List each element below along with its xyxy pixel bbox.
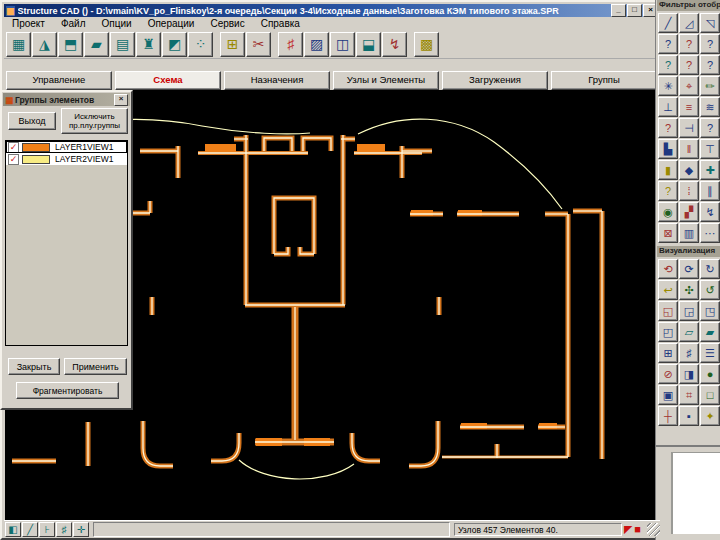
- dialog-title-bar[interactable]: ▦ Группы элементов ×: [3, 93, 130, 106]
- minimize-button[interactable]: _: [611, 4, 626, 17]
- menu-item-1[interactable]: Файл: [53, 18, 94, 29]
- filter-icon-19[interactable]: ‖: [679, 139, 699, 159]
- toolbar-portal-frame-icon[interactable]: ▨: [304, 32, 329, 57]
- fragment-button[interactable]: Фрагментировать: [16, 382, 119, 399]
- viz-icon-21[interactable]: ┼: [658, 406, 678, 426]
- filter-icon-10[interactable]: ⌖: [679, 76, 699, 96]
- toolbar-truss-scheme-icon[interactable]: ♜: [136, 32, 161, 57]
- viz-icon-16[interactable]: ◨: [679, 364, 699, 384]
- tab-2[interactable]: Назначения: [224, 71, 330, 90]
- filter-icon-5[interactable]: ?: [700, 34, 720, 54]
- viz-icon-19[interactable]: ⌗: [679, 385, 699, 405]
- menu-item-0[interactable]: Проект: [4, 18, 53, 29]
- toolbar-building-model-icon[interactable]: ◫: [330, 32, 355, 57]
- viz-icon-14[interactable]: ☰: [700, 343, 720, 363]
- filter-icon-16[interactable]: ⊣: [679, 118, 699, 138]
- viz-icon-12[interactable]: ⊞: [658, 343, 678, 363]
- close-dialog-button[interactable]: Закрыть: [8, 358, 60, 375]
- toolbar-copy-scheme-icon[interactable]: ⁘: [188, 32, 213, 57]
- filter-icon-18[interactable]: ▙: [658, 139, 678, 159]
- tab-0[interactable]: Управление: [6, 71, 112, 90]
- filter-icon-3[interactable]: ?: [658, 34, 678, 54]
- toolbar-plate-scheme-icon[interactable]: ▰: [84, 32, 109, 57]
- exit-button[interactable]: Выход: [8, 112, 56, 130]
- status-grid-mode[interactable]: ♯: [56, 522, 72, 537]
- viz-icon-3[interactable]: ↩: [658, 280, 678, 300]
- viz-icon-18[interactable]: ▣: [658, 385, 678, 405]
- filter-icon-25[interactable]: ⁞: [679, 181, 699, 201]
- filters-panel-title[interactable]: Фильтры отображения: [657, 0, 720, 11]
- filter-icon-30[interactable]: ⊠: [658, 223, 678, 243]
- status-line-mode[interactable]: ╱: [22, 522, 38, 537]
- resize-grip[interactable]: [647, 523, 660, 536]
- menu-item-3[interactable]: Операции: [140, 18, 203, 29]
- toolbar-surface-rotation-icon[interactable]: ◮: [32, 32, 57, 57]
- status-axis-mode[interactable]: ⊦: [39, 522, 55, 537]
- filter-icon-23[interactable]: ✚: [700, 160, 720, 180]
- viz-icon-2[interactable]: ↻: [700, 259, 720, 279]
- viz-icon-13[interactable]: ♯: [679, 343, 699, 363]
- filter-icon-13[interactable]: ≡: [679, 97, 699, 117]
- filter-icon-17[interactable]: ?: [700, 118, 720, 138]
- toolbar-exit-door-icon[interactable]: ⬓: [356, 32, 381, 57]
- group-row-0[interactable]: ✓LAYER1VIEW1: [6, 141, 127, 153]
- group-row-1[interactable]: ✓LAYER2VIEW1: [6, 153, 127, 165]
- toolbar-layered-scheme-icon[interactable]: ▤: [110, 32, 135, 57]
- filter-icon-2[interactable]: ◹: [700, 13, 720, 33]
- viz-icon-6[interactable]: ◱: [658, 301, 678, 321]
- toolbar-generate-scheme-icon[interactable]: ▦: [6, 32, 31, 57]
- group-list[interactable]: ✓LAYER1VIEW1✓LAYER2VIEW1: [5, 140, 128, 346]
- maximize-button[interactable]: □: [627, 4, 642, 17]
- viz-icon-22[interactable]: ▪: [679, 406, 699, 426]
- viz-icon-0[interactable]: ⟲: [658, 259, 678, 279]
- filter-icon-7[interactable]: ?: [679, 55, 699, 75]
- toolbar-assign-elements-icon[interactable]: ◩: [162, 32, 187, 57]
- filter-icon-29[interactable]: ↯: [700, 202, 720, 222]
- viz-icon-1[interactable]: ⟳: [679, 259, 699, 279]
- title-bar[interactable]: ▦ Structure CAD () - D:\vmain\KV_po_Flin…: [4, 4, 660, 17]
- tab-3[interactable]: Узлы и Элементы: [333, 71, 439, 90]
- filter-icon-12[interactable]: ⊥: [658, 97, 678, 117]
- filter-icon-14[interactable]: ≋: [700, 97, 720, 117]
- filter-icon-15[interactable]: ?: [658, 118, 678, 138]
- viz-icon-20[interactable]: □: [700, 385, 720, 405]
- group-checkbox[interactable]: ✓: [8, 142, 19, 153]
- filter-icon-27[interactable]: ◉: [658, 202, 678, 222]
- viz-icon-15[interactable]: ⊘: [658, 364, 678, 384]
- toolbar-help-book-icon[interactable]: ▩: [414, 32, 439, 57]
- filter-icon-0[interactable]: ╱: [658, 13, 678, 33]
- apply-button[interactable]: Применить: [64, 358, 127, 375]
- toolbar-delete-elements-icon[interactable]: ✂: [246, 32, 271, 57]
- tab-4[interactable]: Загружения: [442, 71, 548, 90]
- filter-icon-11[interactable]: ✏: [700, 76, 720, 96]
- menu-item-2[interactable]: Опции: [94, 18, 140, 29]
- visualization-panel-title[interactable]: Визуализация: [657, 246, 720, 257]
- filter-icon-6[interactable]: ?: [658, 55, 678, 75]
- dialog-close-icon[interactable]: ×: [114, 94, 128, 106]
- viz-icon-4[interactable]: ✣: [679, 280, 699, 300]
- filter-icon-28[interactable]: ▞: [679, 202, 699, 222]
- viz-icon-23[interactable]: ✦: [700, 406, 720, 426]
- viz-icon-11[interactable]: ▰: [700, 322, 720, 342]
- filter-icon-4[interactable]: ?: [679, 34, 699, 54]
- filter-icon-9[interactable]: ✳: [658, 76, 678, 96]
- viz-icon-10[interactable]: ▱: [679, 322, 699, 342]
- filter-icon-24[interactable]: ?: [658, 181, 678, 201]
- viz-icon-7[interactable]: ◲: [679, 301, 699, 321]
- group-checkbox[interactable]: ✓: [8, 154, 19, 165]
- menu-item-4[interactable]: Сервис: [202, 18, 252, 29]
- filter-icon-32[interactable]: ⋯: [700, 223, 720, 243]
- filter-icon-31[interactable]: ▥: [679, 223, 699, 243]
- toolbar-node-tree-icon[interactable]: ↯: [382, 32, 407, 57]
- viz-icon-5[interactable]: ↺: [700, 280, 720, 300]
- viz-icon-8[interactable]: ◳: [700, 301, 720, 321]
- filter-icon-1[interactable]: ◿: [679, 13, 699, 33]
- toolbar-grid-lines-icon[interactable]: ♯: [278, 32, 303, 57]
- filter-icon-22[interactable]: ◆: [679, 160, 699, 180]
- filter-icon-20[interactable]: ⊤: [700, 139, 720, 159]
- tab-1[interactable]: Схема: [115, 71, 221, 90]
- viz-icon-9[interactable]: ◰: [658, 322, 678, 342]
- exclude-groups-button[interactable]: Исключить пр.плу.группы: [61, 108, 128, 134]
- filter-icon-8[interactable]: ?: [700, 55, 720, 75]
- menu-item-5[interactable]: Справка: [253, 18, 308, 29]
